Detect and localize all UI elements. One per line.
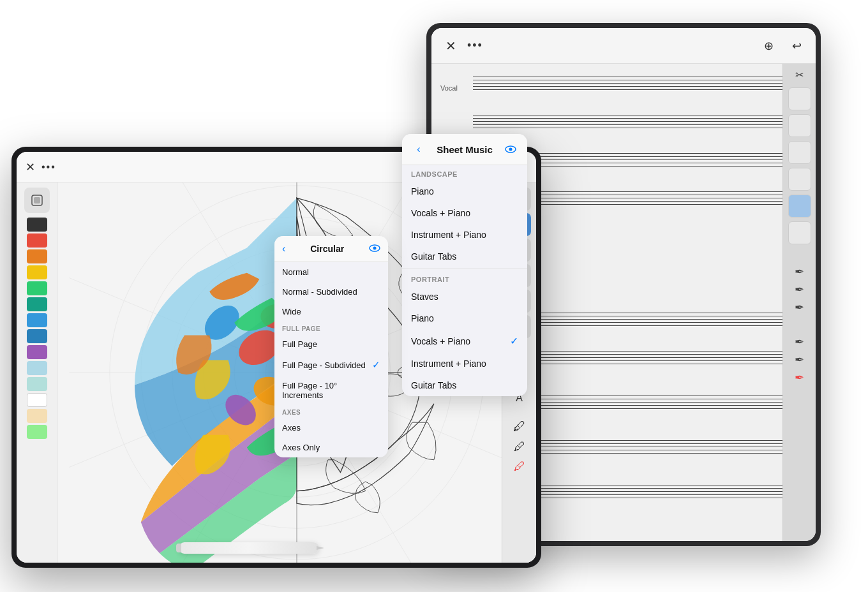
undo-icon[interactable]: ↩ [788, 37, 805, 55]
tool-box-2[interactable] [788, 114, 811, 137]
front-more-options-icon[interactable]: ••• [41, 161, 56, 173]
portrait-section-label: PORTRAIT [402, 270, 527, 286]
circular-panel-eye-button[interactable] [369, 243, 380, 255]
color-swatch-white[interactable] [27, 393, 47, 407]
pen-nib-2[interactable]: ✒ [795, 283, 804, 297]
color-swatch-green[interactable] [27, 281, 47, 295]
panel-title: Sheet Music [426, 144, 503, 155]
rotate-icon[interactable]: ⊕ [760, 37, 777, 55]
svg-point-1 [509, 148, 513, 151]
vocal-staves-2 [473, 115, 782, 128]
ipad-back-top-bar: ✕ ••• ⊕ ↩ [431, 28, 816, 64]
circular-panel: ‹ Circular Normal Normal - Subdivided Wi… [274, 236, 388, 457]
portrait-piano-item[interactable]: Piano [402, 307, 527, 329]
circular-normal-subdivided-item[interactable]: Normal - Subdivided [274, 282, 388, 302]
tool-box-4[interactable] [788, 168, 811, 191]
color-swatch-black[interactable] [27, 218, 47, 232]
landscape-piano-item[interactable]: Piano [402, 181, 527, 202]
panel-eye-button[interactable] [503, 142, 518, 157]
pen-nib-4[interactable]: ✒ [795, 335, 804, 349]
more-options-icon[interactable]: ••• [467, 39, 483, 52]
checkmark-full-page-subdivided: ✓ [372, 359, 380, 371]
brush-tool-3[interactable]: 🖊 [514, 460, 525, 473]
color-swatch-light-blue[interactable] [27, 361, 47, 375]
circular-axes-only-item[interactable]: Axes Only [274, 438, 388, 457]
tool-box-6[interactable] [788, 221, 811, 244]
apple-pencil [179, 542, 319, 554]
pen-nib-6[interactable]: ✒ [795, 371, 804, 385]
color-swatch-yellow[interactable] [27, 265, 47, 279]
color-swatch-lightgreen[interactable] [27, 425, 47, 439]
full-page-section-label: FULL PAGE [274, 322, 388, 334]
color-swatch-teal[interactable] [27, 297, 47, 311]
circular-wide-item[interactable]: Wide [274, 302, 388, 322]
color-swatch-purple[interactable] [27, 345, 47, 359]
color-swatch-red[interactable] [27, 233, 47, 248]
circular-normal-item[interactable]: Normal [274, 262, 388, 282]
close-icon[interactable]: ✕ [442, 37, 460, 55]
color-swatch-wheat[interactable] [27, 409, 47, 423]
panel-divider [402, 269, 527, 269]
circular-panel-header: ‹ Circular [274, 236, 388, 262]
front-close-icon[interactable]: ✕ [26, 160, 35, 174]
vocal-staves [473, 77, 782, 90]
portrait-staves-item[interactable]: Staves [402, 286, 527, 307]
svg-rect-3 [34, 197, 40, 204]
landscape-guitar-tabs-item[interactable]: Guitar Tabs [402, 246, 527, 267]
right-toolbar-back: ✂ ✒ ✒ ✒ ✒ ✒ ✒ [782, 64, 816, 541]
landscape-instrument-piano-item[interactable]: Instrument + Piano [402, 224, 527, 246]
sheet-music-panel: ‹ Sheet Music LANDSCAPE Piano Vocals + P… [402, 134, 527, 396]
vocal-label: Vocal [440, 84, 458, 92]
portrait-guitar-tabs-item[interactable]: Guitar Tabs [402, 374, 527, 396]
color-swatch-dark-blue[interactable] [27, 329, 47, 343]
circular-full-page-item[interactable]: Full Page [274, 334, 388, 354]
circular-full-page-10-item[interactable]: Full Page - 10° Increments [274, 376, 388, 405]
svg-point-48 [373, 247, 377, 250]
pen-nib-1[interactable]: ✒ [795, 265, 804, 279]
panel-back-button[interactable]: ‹ [411, 142, 426, 157]
portrait-instrument-piano-item[interactable]: Instrument + Piano [402, 353, 527, 374]
tool-box-5[interactable] [788, 195, 811, 218]
sticker-tool-btn[interactable] [24, 188, 50, 213]
color-swatch-orange[interactable] [27, 249, 47, 263]
circular-panel-title: Circular [285, 244, 369, 254]
portrait-vocals-piano-item[interactable]: Vocals + Piano ✓ [402, 329, 527, 353]
brush-tool-1[interactable]: 🖊 [513, 419, 526, 434]
color-palette [17, 182, 57, 563]
circular-axes-item[interactable]: Axes [274, 418, 388, 438]
tool-box-1[interactable] [788, 87, 811, 110]
panel-header: ‹ Sheet Music [402, 134, 527, 165]
circular-full-page-subdivided-item[interactable]: Full Page - Subdivided ✓ [274, 354, 388, 376]
pen-nib-5[interactable]: ✒ [795, 353, 804, 367]
scissors-icon[interactable]: ✂ [795, 69, 804, 81]
landscape-vocals-piano-item[interactable]: Vocals + Piano [402, 202, 527, 224]
color-swatch-mint[interactable] [27, 377, 47, 391]
checkmark-vocals-piano: ✓ [510, 335, 518, 347]
pen-nib-3[interactable]: ✒ [795, 300, 804, 314]
brush-tool-2[interactable]: 🖊 [514, 440, 525, 454]
landscape-section-label: LANDSCAPE [402, 165, 527, 181]
color-swatch-blue[interactable] [27, 313, 47, 327]
pencil-end [176, 544, 181, 552]
axes-section-label: AXES [274, 405, 388, 418]
tool-box-3[interactable] [788, 141, 811, 164]
top-right-icons: ⊕ ↩ [760, 37, 805, 55]
